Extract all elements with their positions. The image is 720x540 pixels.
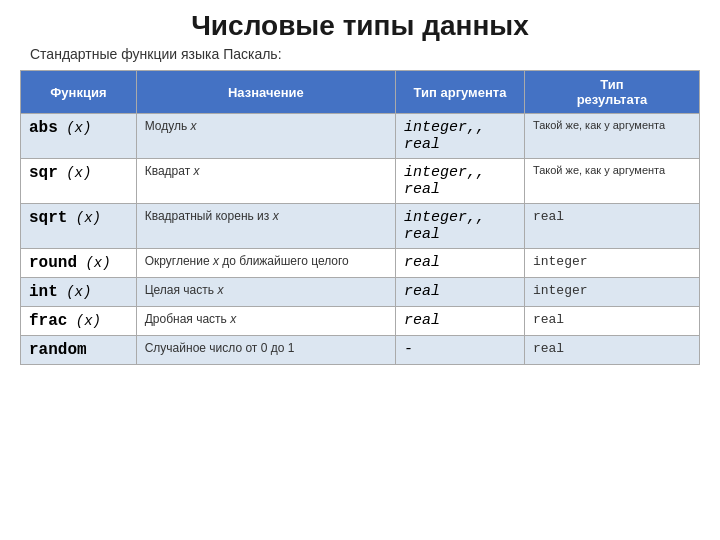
cell-result-type: real [524,336,699,365]
cell-arg-type: integer,,real [396,204,525,249]
col-header-arg-type: Тип аргумента [396,71,525,114]
cell-function: sqr (x) [21,159,137,204]
cell-result-type: integer [524,278,699,307]
cell-function: random [21,336,137,365]
cell-function: sqrt (x) [21,204,137,249]
table-row: randomСлучайное число от 0 до 1-real [21,336,700,365]
cell-result-type: real [524,307,699,336]
table-row: int (x)Целая часть xrealinteger [21,278,700,307]
functions-table: Функция Назначение Тип аргумента Типрезу… [20,70,700,365]
cell-function: abs (x) [21,114,137,159]
page-title: Числовые типы данных [191,10,529,42]
cell-description: Целая часть x [136,278,395,307]
table-row: abs (x)Модуль xinteger,,realТакой же, ка… [21,114,700,159]
cell-result-type: Такой же, как у аргумента [524,114,699,159]
table-row: frac (x)Дробная часть xrealreal [21,307,700,336]
col-header-result-type: Типрезультата [524,71,699,114]
cell-description: Квадратный корень из x [136,204,395,249]
cell-result-type: integer [524,249,699,278]
cell-result-type: Такой же, как у аргумента [524,159,699,204]
cell-arg-type: real [396,249,525,278]
cell-description: Модуль x [136,114,395,159]
cell-description: Случайное число от 0 до 1 [136,336,395,365]
cell-function: int (x) [21,278,137,307]
col-header-description: Назначение [136,71,395,114]
table-row: sqrt (x)Квадратный корень из xinteger,,r… [21,204,700,249]
cell-arg-type: integer,,real [396,114,525,159]
cell-function: round (x) [21,249,137,278]
cell-description: Округление x до ближайшего целого [136,249,395,278]
subtitle: Стандартные функции языка Паскаль: [20,46,282,62]
cell-result-type: real [524,204,699,249]
cell-arg-type: - [396,336,525,365]
cell-arg-type: real [396,307,525,336]
cell-description: Квадрат x [136,159,395,204]
cell-function: frac (x) [21,307,137,336]
cell-arg-type: integer,,real [396,159,525,204]
cell-description: Дробная часть x [136,307,395,336]
table-row: round (x)Округление x до ближайшего цело… [21,249,700,278]
col-header-function: Функция [21,71,137,114]
table-row: sqr (x)Квадрат xinteger,,realТакой же, к… [21,159,700,204]
cell-arg-type: real [396,278,525,307]
